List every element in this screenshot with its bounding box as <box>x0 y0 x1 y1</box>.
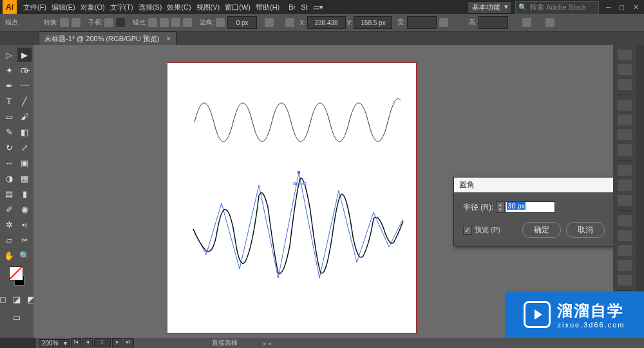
selection-tool[interactable]: ▷ <box>2 48 16 62</box>
eyedropper-tool[interactable]: ✐ <box>2 202 16 216</box>
menu-view[interactable]: 视图(V) <box>194 3 223 12</box>
type-tool[interactable]: T <box>2 94 16 108</box>
first-artboard-button[interactable]: I◂ <box>71 338 81 347</box>
scroll-left-icon[interactable]: ▸ ◂ <box>263 340 272 347</box>
artwork-svg <box>167 63 416 333</box>
transparency-panel-icon[interactable] <box>618 195 632 206</box>
lasso-tool[interactable]: ൹ <box>17 63 32 77</box>
menu-select[interactable]: 选择(S) <box>136 3 165 12</box>
paintbrush-tool[interactable]: 🖌 <box>17 109 32 124</box>
corner-type-icon[interactable] <box>216 18 225 27</box>
gradient-tool[interactable]: ▮ <box>17 187 32 201</box>
last-artboard-button[interactable]: ▸I <box>124 338 134 347</box>
h-input[interactable] <box>478 16 508 29</box>
character-panel-icon[interactable] <box>618 215 632 226</box>
artboard-tool[interactable]: ▱ <box>2 233 16 247</box>
brushes-panel-icon[interactable] <box>618 129 632 140</box>
shape-builder-tool[interactable]: ◑ <box>2 171 16 185</box>
draw-behind-icon[interactable]: ◪ <box>10 292 24 306</box>
artboard <box>167 63 416 333</box>
fill-stroke-swatch[interactable] <box>9 266 24 286</box>
slice-tool[interactable]: ✂ <box>17 233 32 247</box>
anchor-cut-icon[interactable] <box>160 18 169 27</box>
prev-artboard-button[interactable]: ◂ <box>82 338 93 347</box>
width-tool[interactable]: ↔ <box>2 156 16 170</box>
minimize-icon[interactable]: ─ <box>603 3 614 11</box>
draw-normal-icon[interactable]: ◻ <box>0 292 10 306</box>
cancel-button[interactable]: 取消 <box>566 222 605 238</box>
preview-checkbox[interactable]: ✓ 预览 (P) <box>463 225 500 235</box>
swatches-panel-icon[interactable] <box>618 114 632 125</box>
transform-icon-1[interactable] <box>522 18 531 27</box>
screen-mode-icon[interactable]: ▭ <box>10 310 24 324</box>
anchor-remove-icon[interactable] <box>148 18 157 27</box>
rectangle-tool[interactable]: ▭ <box>2 109 16 124</box>
arrange-icon[interactable]: ▭▾ <box>313 3 323 12</box>
anchor-connect-icon[interactable] <box>171 18 180 27</box>
convert-smooth-icon[interactable] <box>71 18 80 27</box>
magic-wand-tool[interactable]: ✦ <box>2 63 16 77</box>
search-input[interactable]: 🔍 搜索 Adobe Stock <box>515 1 599 14</box>
link-wh-icon[interactable] <box>439 18 448 27</box>
curvature-tool[interactable]: 〰 <box>17 78 32 93</box>
scale-tool[interactable]: ⤢ <box>17 140 32 154</box>
bridge-icon[interactable]: Br <box>289 3 296 11</box>
document-tab[interactable]: 未标题-1* @ 200% (RGB/GPU 预览) × <box>39 32 176 46</box>
next-artboard-button[interactable]: ▸ <box>112 338 122 347</box>
menu-effect[interactable]: 效果(C) <box>164 3 193 12</box>
w-input[interactable] <box>407 16 437 29</box>
layers-panel-icon[interactable] <box>618 64 632 75</box>
transform-icon-2[interactable] <box>545 18 554 27</box>
symbols-panel-icon[interactable] <box>618 165 632 176</box>
menu-edit[interactable]: 编辑(E) <box>49 3 78 12</box>
menu-window[interactable]: 窗口(W) <box>222 3 253 12</box>
menu-help[interactable]: 帮助(H) <box>253 3 282 12</box>
transform-panel-icon[interactable] <box>618 260 632 271</box>
maximize-icon[interactable]: ◻ <box>616 3 628 12</box>
gradient-panel-icon[interactable] <box>618 179 632 190</box>
eraser-tool[interactable]: ◧ <box>17 125 32 139</box>
column-graph-tool[interactable]: ▪ı <box>17 217 32 232</box>
menu-type[interactable]: 文字(T) <box>108 3 136 12</box>
direct-selection-tool[interactable]: ▶ <box>17 48 32 62</box>
color-panel-icon[interactable] <box>618 100 632 111</box>
workspace-switcher[interactable]: 基本功能 <box>468 1 511 14</box>
ok-button[interactable]: 确定 <box>522 222 561 238</box>
paragraph-panel-icon[interactable] <box>618 230 632 241</box>
mesh-tool[interactable]: ▤ <box>2 187 16 201</box>
perspective-grid-tool[interactable]: ▦ <box>17 171 32 185</box>
corner-value-input[interactable] <box>227 16 257 29</box>
properties-panel-icon[interactable] <box>618 50 632 60</box>
appearance-panel-icon[interactable] <box>618 275 632 286</box>
libraries-panel-icon[interactable] <box>618 79 632 90</box>
ref-point-icon[interactable] <box>265 18 274 27</box>
align-icon[interactable] <box>285 18 294 27</box>
menu-file[interactable]: 文件(F) <box>21 3 49 12</box>
blend-tool[interactable]: ◉ <box>17 202 32 216</box>
shaper-tool[interactable]: ✎ <box>2 125 16 139</box>
tab-close-icon[interactable]: × <box>167 35 171 42</box>
handle-icon-2[interactable] <box>116 18 125 27</box>
align-panel-icon[interactable] <box>618 245 632 256</box>
artboard-number[interactable]: 1 <box>94 338 111 347</box>
close-icon[interactable]: ✕ <box>630 3 641 12</box>
free-transform-tool[interactable]: ▣ <box>17 156 32 170</box>
x-input[interactable] <box>307 16 346 29</box>
radius-stepper[interactable]: ▴▾ <box>496 201 505 213</box>
hand-tool[interactable]: ✋ <box>2 248 16 262</box>
line-tool[interactable]: ╱ <box>17 94 32 108</box>
y-input[interactable] <box>354 16 392 29</box>
anchor-add-icon[interactable] <box>183 18 192 27</box>
zoom-tool[interactable]: 🔍 <box>17 248 32 262</box>
zoom-select[interactable]: 200% <box>39 339 70 347</box>
convert-corner-icon[interactable] <box>60 18 69 27</box>
current-tool: 直接选择 <box>212 338 238 347</box>
stroke-panel-icon[interactable] <box>618 144 632 155</box>
radius-input[interactable]: 30 px <box>505 201 555 213</box>
stock-icon[interactable]: St <box>301 3 307 11</box>
handle-icon-1[interactable] <box>104 18 113 27</box>
rotate-tool[interactable]: ↻ <box>2 140 16 154</box>
pen-tool[interactable]: ✒ <box>2 78 16 93</box>
menu-object[interactable]: 对象(O) <box>78 3 108 12</box>
symbol-sprayer-tool[interactable]: ✲ <box>2 217 16 232</box>
